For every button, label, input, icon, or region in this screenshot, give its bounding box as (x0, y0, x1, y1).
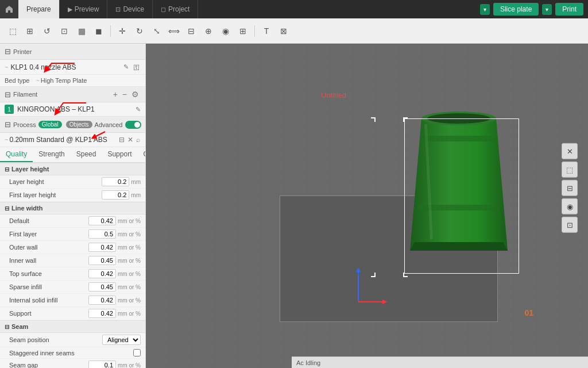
setting-inner-wall: Inner wall mm or % (0, 254, 145, 267)
slice-button[interactable]: Slice plate (493, 3, 539, 16)
support-input[interactable] (88, 309, 116, 318)
seam-position-select[interactable]: Aligned (102, 335, 141, 345)
tab-prepare[interactable]: Prepare (18, 0, 60, 18)
inner-wall-input[interactable] (88, 256, 116, 265)
tab-preview[interactable]: ▶ Preview (60, 0, 108, 18)
settings-content: ⊟ Layer height Layer height mm First lay… (0, 163, 145, 368)
tab-strength[interactable]: Strength (33, 147, 70, 162)
handle-tl (403, 117, 408, 122)
rt-icon-1[interactable]: ✕ (562, 143, 578, 159)
printer-section-header: ⊟ Printer (0, 44, 145, 60)
filament-section-header: ⊟ Filament + − ⚙ (0, 87, 145, 102)
process-preset-row: ~ 0.20mm Standard @ KLP1 ABS ⊟ ✕ ⌕ (0, 133, 145, 147)
setting-seam-gap: Seam gap mm or % (0, 359, 145, 368)
tab-others[interactable]: Others (137, 147, 146, 162)
coord-label: 01 (524, 308, 533, 317)
outer-wall-input[interactable] (88, 243, 116, 252)
svg-point-1 (427, 113, 490, 124)
bed-type-value[interactable]: High Temp Plate (41, 77, 87, 84)
handle-bl (403, 273, 408, 277)
printer-actions: ✎ ⚿ (122, 62, 141, 72)
global-badge[interactable]: Global (38, 121, 62, 128)
toolbar-support2-icon[interactable]: ⊞ (235, 23, 251, 39)
setting-top-surface: Top surface mm or % (0, 267, 145, 281)
sparse-infill-input[interactable] (88, 282, 116, 292)
filament-item: 1 KINGROON ABS – KLP1 ✎ (0, 102, 145, 117)
filament-edit-button[interactable]: ✎ (136, 106, 141, 113)
preset-copy-button[interactable]: ⊟ (118, 135, 125, 144)
first-layer-height-input[interactable] (102, 190, 129, 200)
line-width-group: ⊟ Line width (0, 202, 145, 214)
tab-quality[interactable]: Quality (0, 147, 33, 162)
seam-gap-input[interactable] (88, 361, 116, 368)
home-button[interactable] (0, 0, 18, 18)
svg-marker-5 (382, 300, 387, 304)
status-bar: Ac Idling (292, 356, 588, 368)
filament-name: KINGROON ABS – KLP1 (17, 105, 136, 113)
toolbar-rotate-icon[interactable]: ↻ (131, 23, 148, 39)
internal-solid-input[interactable] (88, 296, 116, 305)
seam-group: ⊟ Seam (0, 320, 145, 333)
toolbar-sep-1 (110, 25, 111, 37)
preset-delete-button[interactable]: ✕ (127, 135, 134, 144)
setting-seam-position: Seam position Aligned (0, 333, 145, 347)
setting-support: Support mm or % (0, 307, 145, 320)
toolbar-move-icon[interactable]: ✛ (114, 23, 130, 39)
filament-add-button[interactable]: + (111, 90, 119, 99)
tab-speed[interactable]: Speed (71, 147, 102, 162)
top-nav: Prepare ▶ Preview ⊡ Device ◻ Project ▾ S… (0, 0, 588, 18)
preset-search-button[interactable]: ⌕ (136, 135, 141, 144)
layer-height-group: ⊟ Layer height (0, 163, 145, 175)
quality-tabs: Quality Strength Speed Support Others (0, 147, 145, 163)
objects-badge[interactable]: Objects (66, 121, 92, 128)
rt-icon-5[interactable]: ⊡ (562, 217, 578, 233)
toolbar-paint-icon[interactable]: ⊕ (200, 23, 216, 39)
toolbar-mirror-icon[interactable]: ⟺ (166, 23, 182, 39)
toolbar-measure-icon[interactable]: ⊠ (276, 23, 292, 39)
tab-device[interactable]: ⊡ Device (107, 0, 153, 18)
toolbar-grid-icon[interactable]: ⊞ (22, 23, 38, 39)
filament-remove-button[interactable]: − (121, 90, 129, 99)
printer-edit-button[interactable]: ✎ (122, 62, 130, 72)
tab-project[interactable]: ◻ Project (153, 0, 198, 18)
toolbar-cut-icon[interactable]: ⊡ (56, 23, 72, 39)
default-width-input[interactable] (88, 216, 116, 225)
handle-tr (371, 117, 376, 122)
top-surface-input[interactable] (88, 269, 116, 278)
filament-number: 1 (5, 105, 14, 114)
setting-internal-solid: Internal solid infill mm or % (0, 294, 145, 307)
left-panel: ⊟ Printer ~ KLP1 0.4 nozzle ABS ✎ ⚿ Bed … (0, 44, 146, 368)
viewport[interactable]: Untitled (146, 44, 588, 368)
first-layer-width-input[interactable] (88, 229, 116, 239)
printer-name: KLP1 0.4 nozzle ABS (10, 63, 122, 71)
toolbar-fill-icon[interactable]: ◼ (91, 23, 107, 39)
layer-height-input[interactable] (102, 177, 129, 186)
print-dropdown-arrow[interactable]: ▾ (542, 4, 552, 15)
bed-type-row: Bed type ~ High Temp Plate (0, 75, 145, 87)
toolbar-text-icon[interactable]: T (258, 23, 274, 39)
nav-right-actions: ▾ Slice plate ▾ Print (480, 3, 588, 16)
printer-wifi-button[interactable]: ⚿ (132, 62, 141, 72)
rt-icon-4[interactable]: ◉ (562, 198, 578, 214)
setting-default-width: Default mm or % (0, 214, 145, 228)
bed-type-label: Bed type (5, 77, 36, 84)
status-text: Ac Idling (296, 359, 320, 366)
print-button[interactable]: Print (555, 3, 583, 16)
toolbar-seam-icon[interactable]: ◉ (218, 23, 234, 39)
rt-icon-3[interactable]: ⊟ (562, 180, 578, 196)
advanced-toggle-switch[interactable] (125, 121, 141, 129)
toolbar-split-icon[interactable]: ⊟ (183, 23, 199, 39)
slice-dropdown-arrow[interactable]: ▾ (480, 4, 490, 15)
rt-icon-2[interactable]: ⬚ (562, 162, 578, 178)
main-content: ⊟ Printer ~ KLP1 0.4 nozzle ABS ✎ ⚿ Bed … (0, 44, 588, 368)
axes-indicator (341, 267, 387, 313)
toolbar-arrange-icon[interactable]: ⬚ (5, 23, 21, 39)
tab-support[interactable]: Support (102, 147, 137, 162)
toolbar-support-icon[interactable]: ▦ (74, 23, 90, 39)
printer-row: ~ KLP1 0.4 nozzle ABS ✎ ⚿ (0, 60, 145, 75)
filament-settings-button[interactable]: ⚙ (130, 90, 141, 99)
toolbar-orient-icon[interactable]: ↺ (39, 23, 55, 39)
main-toolbar: ⬚ ⊞ ↺ ⊡ ▦ ◼ ✛ ↻ ⤡ ⟺ ⊟ ⊕ ◉ ⊞ T ⊠ (0, 18, 588, 44)
toolbar-scale-icon[interactable]: ⤡ (149, 23, 165, 39)
staggered-seams-checkbox[interactable] (133, 349, 141, 356)
